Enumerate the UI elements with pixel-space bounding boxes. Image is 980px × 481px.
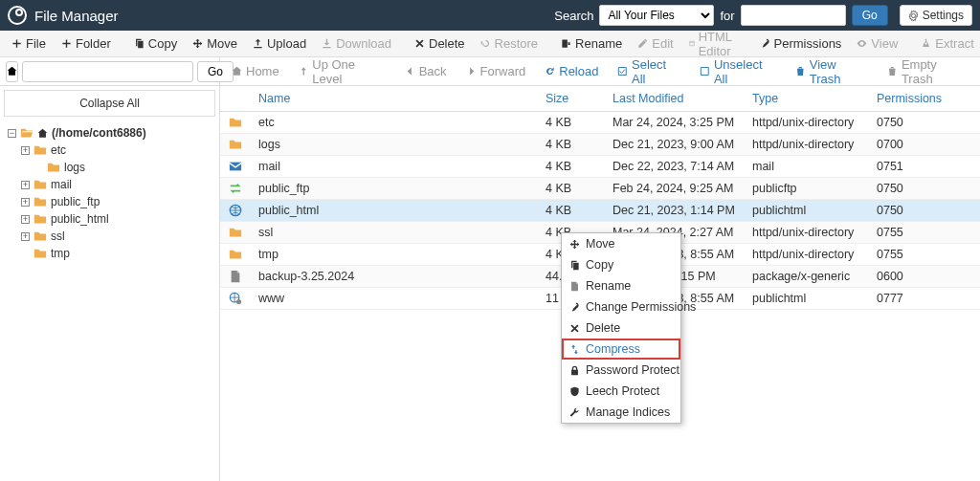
collapse-all-button[interactable]: Collapse All [4,90,215,117]
tree-toggle-icon [21,250,30,258]
table-row[interactable]: logs4 KBDec 21, 2023, 9:00 AMhttpd/unix-… [220,134,980,156]
download-button[interactable]: Download [314,34,399,53]
select-all-button[interactable]: Select All [610,55,688,88]
context-menu-item[interactable]: Rename [562,275,680,296]
settings-button[interactable]: Settings [900,5,972,26]
rename-button[interactable]: Rename [553,34,630,53]
tree-item[interactable]: +mail [8,176,215,193]
table-row[interactable]: mail4 KBDec 22, 2023, 7:14 AMmail0751 [220,156,980,178]
empty-trash-button[interactable]: Empty Trash [880,55,976,88]
pane-home-button[interactable]: Home [224,62,287,80]
folder-icon [33,178,47,191]
permissions-button[interactable]: Permissions [752,34,850,53]
path-input[interactable] [22,61,193,82]
folder-button[interactable]: Folder [54,34,119,53]
folder-icon [33,247,47,260]
forward-button[interactable]: Forward [458,62,534,80]
cell-name: logs [251,134,538,156]
copy-button[interactable]: Copy [126,34,185,53]
compress-icon [569,344,580,355]
tree-item[interactable]: +public_ftp [8,193,215,210]
tree-toggle-icon[interactable]: + [21,146,30,155]
tree-toggle-icon[interactable]: + [21,181,30,189]
search-label: Search [554,9,593,23]
tree-toggle-icon[interactable]: + [21,198,30,207]
table-row[interactable]: public_html4 KBDec 21, 2023, 1:14 PMpubl… [220,200,980,222]
table-row[interactable]: public_ftp4 KBFeb 24, 2024, 9:25 AMpubli… [220,178,980,200]
edit-button[interactable]: Edit [630,34,680,53]
col-name-header[interactable]: Name [251,86,538,112]
context-menu-item[interactable]: Manage Indices [562,402,680,423]
delete-button[interactable]: Delete [407,34,473,53]
tree-item-label: public_ftp [51,195,100,208]
nav-home-button[interactable] [6,61,18,82]
cpanel-icon [8,6,27,25]
reload-button[interactable]: Reload [537,62,606,80]
tree-item[interactable]: +public_html [8,210,215,228]
unselect-all-button[interactable]: Unselect All [692,55,784,88]
context-menu-label: Manage Indices [586,405,670,419]
for-label: for [720,9,734,23]
delete-icon [414,38,425,49]
cell-type: publichtml [745,288,869,310]
back-button[interactable]: Back [397,62,455,80]
extract-button[interactable]: Extract [913,34,980,53]
file-button[interactable]: File [4,34,54,53]
cell-perm: 0600 [869,266,980,288]
view-trash-button[interactable]: View Trash [788,55,876,88]
tree-item[interactable]: logs [8,159,215,176]
tree-item-label: logs [64,161,85,174]
tree-toggle-icon[interactable]: − [8,129,16,138]
cell-size: 4 KB [538,156,605,178]
context-menu-item[interactable]: Change Permissions [562,296,680,317]
context-menu-label: Password Protect [586,363,679,377]
search-input[interactable] [741,5,846,26]
col-size-header[interactable]: Size [538,86,605,112]
context-menu-label: Delete [586,321,620,335]
cell-type: httpd/unix-directory [745,244,869,266]
eye-icon [857,38,867,49]
context-menu-item[interactable]: Password Protect [562,360,680,381]
tree-root[interactable]: − (/home/cont6886) [8,124,215,142]
row-icon [228,182,243,195]
upload-button[interactable]: Upload [245,34,314,53]
context-menu-item[interactable]: Compress [562,339,680,360]
cell-type: package/x-generic [745,266,869,288]
cell-type: mail [745,156,869,178]
context-menu-item[interactable]: Leech Protect [562,381,680,402]
cell-name: tmp [251,244,538,266]
up-one-level-button[interactable]: Up One Level [291,55,393,88]
tree-item[interactable]: tmp [8,245,215,262]
tree-item[interactable]: +ssl [8,228,215,245]
col-type-header[interactable]: Type [745,86,869,112]
copy-icon [569,260,580,271]
shield-icon [569,386,580,397]
context-menu-label: Leech Protect [586,384,659,398]
search-go-button[interactable]: Go [852,5,888,26]
tree-toggle-icon[interactable]: + [21,215,30,224]
tree-item[interactable]: +etc [8,142,215,159]
gear-icon [908,11,919,21]
check-icon [617,66,628,77]
context-menu-item[interactable]: Copy [562,254,680,275]
tree-item-label: ssl [51,230,65,243]
context-menu-item[interactable]: Delete [562,317,680,339]
move-button[interactable]: Move [185,34,245,53]
tree-toggle-icon[interactable]: + [21,232,30,241]
search-scope-select[interactable]: All Your Files [599,5,714,26]
restore-button[interactable]: Restore [473,34,546,53]
cell-perm: 0700 [869,134,980,156]
download-icon [322,38,332,49]
tree-item-label: etc [51,143,66,157]
context-menu-item[interactable]: Move [562,233,680,254]
folder-icon [33,143,47,157]
col-permissions-header[interactable]: Permissions [869,86,980,112]
upload-icon [253,38,263,49]
view-button[interactable]: View [849,34,905,53]
lock-icon [569,365,580,376]
delete-icon [569,323,580,334]
move-icon [569,239,580,250]
col-modified-header[interactable]: Last Modified [605,86,745,112]
perm-icon [569,302,580,313]
table-row[interactable]: etc4 KBMar 24, 2024, 3:25 PMhttpd/unix-d… [220,112,980,134]
